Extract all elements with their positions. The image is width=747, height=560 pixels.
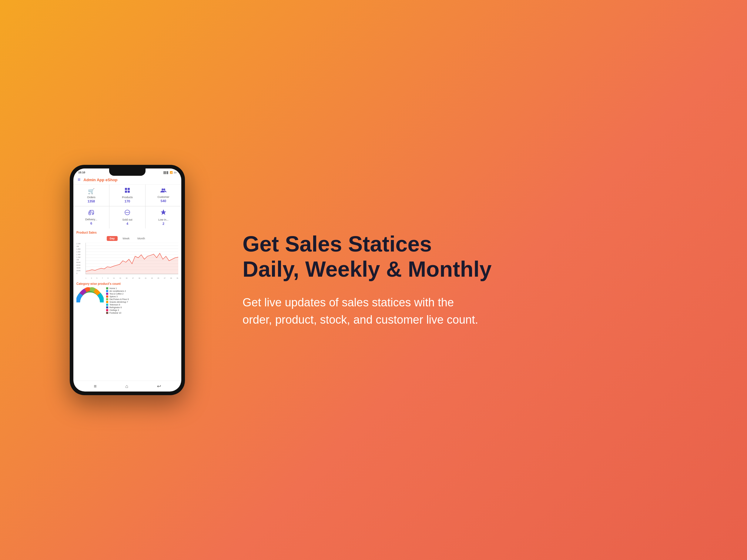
nav-back-icon[interactable]: ↩ xyxy=(157,383,161,389)
nav-menu-icon[interactable]: ≡ xyxy=(94,384,96,389)
soldout-value: 4 xyxy=(126,222,128,225)
stat-card-soldout[interactable]: Sold out 4 xyxy=(109,206,145,229)
donut-chart xyxy=(76,287,104,304)
legend-item-snacks: Snacks &Ketchup 7 xyxy=(106,301,129,303)
category-content: Home 1 Air conditioners 2 Tea & Coffee 2 xyxy=(76,287,178,314)
legend-label-fridge: Refrigirator 6 xyxy=(109,306,122,309)
stat-card-orders[interactable]: 🛒 Orders 1358 xyxy=(73,185,109,206)
tab-day[interactable]: Day xyxy=(107,236,118,241)
legend-item-spices: Spices 3 xyxy=(106,295,129,298)
lowin-value: 2 xyxy=(162,222,164,225)
legend-item-fridge: Refrigirator 6 xyxy=(106,306,129,309)
legend-dot-home xyxy=(106,287,108,289)
delivery-value: 6 xyxy=(91,221,92,225)
subtext: Get live updates of sales statices with … xyxy=(242,294,485,328)
svg-rect-21 xyxy=(76,302,104,304)
legend-label-footwear: Footwear 10 xyxy=(109,312,121,314)
chart-container: 2.2M2M1.8M1.6M1.4M1.2M1M800K600K400K200K… xyxy=(76,243,178,279)
lowin-label: Low in... xyxy=(158,218,169,221)
legend-label-clothing: Clothigs 3 xyxy=(109,309,119,311)
phone-screen: 15:10 ▌▌▌ 📶 23 ≡ Admin App eShop 🛒 Order… xyxy=(73,168,181,392)
legend-item-clothing: Clothigs 3 xyxy=(106,309,129,311)
left-section: 15:10 ▌▌▌ 📶 23 ≡ Admin App eShop 🛒 Order… xyxy=(36,165,218,395)
legend-dot-aircond xyxy=(106,290,108,292)
legend-dot-footwear xyxy=(106,312,108,314)
legend-label-tea: Tea & Coffee 2 xyxy=(109,293,123,295)
legend-item-dal: Dal,Pulses & Flour 6 xyxy=(106,298,129,300)
svg-point-7 xyxy=(92,213,93,215)
soldout-icon xyxy=(124,209,130,217)
legend-dot-spices xyxy=(106,295,108,298)
soldout-label: Sold out xyxy=(122,218,132,221)
orders-label: Orders xyxy=(87,196,96,199)
legend-label-spices: Spices 3 xyxy=(109,295,118,298)
main-headline: Get Sales Statices Daily, Weekly & Month… xyxy=(242,232,723,282)
delivery-icon xyxy=(88,210,94,217)
hamburger-icon[interactable]: ≡ xyxy=(78,177,80,182)
category-legend: Home 1 Air conditioners 2 Tea & Coffee 2 xyxy=(106,287,129,314)
legend-label-snacks: Snacks &Ketchup 7 xyxy=(109,301,128,303)
legend-item-aircond: Air conditioners 2 xyxy=(106,290,129,292)
stat-card-products[interactable]: Products 170 xyxy=(109,185,145,206)
svg-rect-1 xyxy=(128,188,130,190)
delivery-label: Delivery... xyxy=(85,218,97,221)
products-label: Products xyxy=(122,196,133,199)
category-section: Category wise product's count xyxy=(73,280,181,381)
phone-frame: 15:10 ▌▌▌ 📶 23 ≡ Admin App eShop 🛒 Order… xyxy=(70,165,185,395)
products-value: 170 xyxy=(125,199,130,203)
chart-section: Product Sales Day Week Month 2.2M2M1.8M1… xyxy=(73,229,181,280)
app-header: ≡ Admin App eShop xyxy=(73,175,181,185)
chart-area xyxy=(85,243,178,274)
customer-icon xyxy=(160,188,166,194)
legend-label-dal: Dal,Pulses & Flour 6 xyxy=(109,298,129,300)
stat-card-lowin[interactable]: Low in... 2 xyxy=(146,206,181,229)
svg-point-5 xyxy=(163,188,165,190)
headline-line1: Get Sales Statices xyxy=(242,232,432,256)
legend-dot-snacks xyxy=(106,301,108,303)
svg-point-6 xyxy=(89,213,91,215)
orders-value: 1358 xyxy=(87,199,95,203)
chart-title: Product Sales xyxy=(76,231,178,234)
legend-dot-tea xyxy=(106,293,108,295)
legend-label-home: Home 1 xyxy=(109,287,117,289)
stat-card-customer[interactable]: Customer 540 xyxy=(146,185,181,206)
app-title: Admin App eShop xyxy=(83,178,117,182)
legend-item-home: Home 1 xyxy=(106,287,129,289)
battery-indicator: 23 xyxy=(174,171,176,174)
customer-value: 540 xyxy=(161,199,166,203)
signal-icon: ▌▌▌ xyxy=(164,171,169,174)
status-right: ▌▌▌ 📶 23 xyxy=(164,171,176,174)
chart-y-labels: 2.2M2M1.8M1.6M1.4M1.2M1M800K600K400K200K… xyxy=(76,243,85,274)
svg-rect-3 xyxy=(128,191,130,193)
headline-line2: Daily, Weekly & Monthly xyxy=(242,257,492,281)
chart-x-labels: 135791113151719212325272931 xyxy=(85,277,178,279)
legend-dot-tv xyxy=(106,304,108,306)
right-section: Get Sales Statices Daily, Weekly & Month… xyxy=(218,213,747,347)
legend-dot-clothing xyxy=(106,309,108,311)
svg-rect-2 xyxy=(125,191,127,193)
chart-tabs: Day Week Month xyxy=(76,236,178,241)
legend-item-tea: Tea & Coffee 2 xyxy=(106,293,129,295)
phone-notch xyxy=(109,168,146,176)
legend-dot-fridge xyxy=(106,306,108,309)
products-icon xyxy=(125,188,130,194)
svg-point-4 xyxy=(161,188,163,190)
svg-rect-0 xyxy=(125,188,127,190)
legend-item-tv: Televison 6 xyxy=(106,304,129,306)
bottom-nav: ≡ ⌂ ↩ xyxy=(73,381,181,392)
customer-label: Customer xyxy=(157,195,169,198)
nav-home-icon[interactable]: ⌂ xyxy=(125,384,128,389)
legend-label-tv: Televison 6 xyxy=(109,304,120,306)
stat-card-delivery[interactable]: Delivery... 6 xyxy=(73,206,109,229)
tab-week[interactable]: Week xyxy=(120,236,132,241)
status-time: 15:10 xyxy=(78,171,85,174)
lowin-icon xyxy=(161,209,166,217)
legend-dot-dal xyxy=(106,298,108,300)
orders-icon: 🛒 xyxy=(88,188,95,194)
stats-grid: 🛒 Orders 1358 Products 170 xyxy=(73,185,181,229)
category-title: Category wise product's count xyxy=(76,282,178,286)
wifi-icon: 📶 xyxy=(170,171,173,174)
tab-month[interactable]: Month xyxy=(134,236,148,241)
legend-item-footwear: Footwear 10 xyxy=(106,312,129,314)
legend-label-aircond: Air conditioners 2 xyxy=(109,290,126,292)
